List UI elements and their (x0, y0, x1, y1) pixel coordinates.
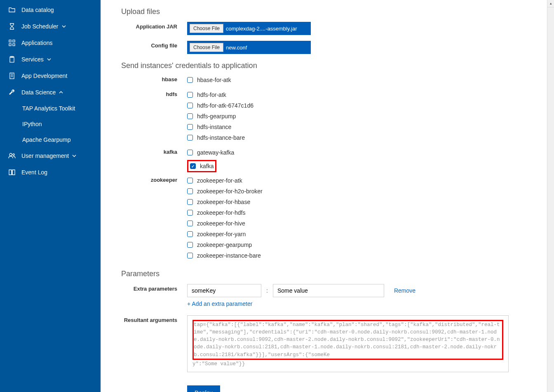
colon: : (265, 287, 270, 294)
users-icon (8, 152, 16, 160)
cred-group-label: hbase (121, 76, 187, 82)
checkbox[interactable] (187, 231, 193, 237)
svg-rect-3 (13, 44, 15, 46)
extra-params-label: Extra parameters (121, 284, 187, 292)
clipboard-icon (8, 56, 16, 63)
choose-file-button[interactable]: Choose File (190, 43, 223, 52)
checkbox-label: zookeeper-for-hive (197, 220, 245, 227)
sidebar-sub-ipython[interactable]: IPython (0, 116, 101, 132)
chevron-down-icon (62, 25, 66, 28)
checkbox-row[interactable]: hdfs-instance (187, 123, 535, 131)
checkbox-row[interactable]: hdfs-gearpump (187, 112, 535, 120)
checkbox-row[interactable]: gateway-kafka (187, 148, 535, 157)
checkbox[interactable] (187, 210, 193, 216)
checkbox[interactable] (187, 242, 193, 248)
deploy-button[interactable]: Deploy (187, 385, 220, 392)
sidebar-label: App Development (21, 73, 67, 79)
checkbox-row[interactable]: zookeeper-for-hbase (187, 198, 535, 206)
checkbox[interactable] (187, 135, 193, 141)
sidebar-sub-gearpump[interactable]: Apache Gearpump (0, 132, 101, 148)
sidebar-item-data-catalog[interactable]: Data catalog (0, 2, 101, 18)
jar-file-upload[interactable]: Choose File complexdag-2....-assembly.ja… (187, 22, 311, 35)
checkbox-row[interactable]: kafka (190, 162, 214, 170)
checkbox-row[interactable]: zookeeper-for-h2o-broker (187, 187, 535, 195)
checkbox-row[interactable]: zookeeper-instance-bare (187, 251, 535, 260)
sidebar-label: User management (21, 153, 69, 159)
checkbox-label: zookeeper-for-hdfs (197, 209, 246, 216)
checkbox-label: zookeeper-gearpump (197, 242, 252, 248)
chevron-down-icon (47, 58, 51, 61)
checkbox-row[interactable]: zookeeper-for-yarn (187, 230, 535, 238)
sidebar-label: Applications (21, 40, 53, 46)
sidebar-label: Job Scheduler (21, 23, 59, 30)
checkbox[interactable] (190, 163, 196, 169)
checkbox-label: hdfs-instance (197, 124, 231, 130)
chevron-up-icon (59, 91, 63, 94)
checkbox-label: zookeeper-instance-bare (197, 252, 261, 259)
folder-icon (8, 6, 16, 14)
checkbox[interactable] (187, 92, 193, 98)
add-param-link[interactable]: + Add an extra parameter (187, 300, 509, 307)
checkbox-row[interactable]: hdfs-for-atk-6747c1d6 (187, 101, 535, 110)
param-value-input[interactable] (273, 284, 384, 297)
svg-rect-0 (9, 40, 11, 42)
book-icon (8, 169, 16, 176)
result-arguments: tap={"kafka":[{"label":"kafka","name":"k… (187, 315, 509, 372)
sidebar-item-user-management[interactable]: User management (0, 148, 101, 164)
checkbox[interactable] (187, 199, 193, 205)
remove-param-link[interactable]: Remove (394, 287, 416, 294)
result-highlighted: tap={"kafka":[{"label":"kafka","name":"k… (192, 320, 503, 360)
checkbox[interactable] (187, 150, 193, 155)
choose-file-button[interactable]: Choose File (190, 24, 223, 33)
checkbox-label: gateway-kafka (197, 149, 234, 156)
checkbox[interactable] (187, 188, 193, 194)
checkbox-row[interactable]: hdfs-instance-bare (187, 134, 535, 142)
upload-title: Upload files (121, 7, 535, 16)
param-key-input[interactable] (187, 284, 261, 297)
checkbox[interactable] (187, 124, 193, 130)
scrollbar[interactable] (547, 0, 554, 392)
checkbox-label: zookeeper-for-atk (197, 177, 242, 184)
checkbox-label: hdfs-for-atk (197, 92, 226, 98)
jar-filename: complexdag-2....-assembly.jar (226, 26, 297, 32)
svg-rect-1 (13, 40, 15, 42)
checkbox-label: hdfs-gearpump (197, 113, 236, 120)
checkbox-row[interactable]: zookeeper-for-hive (187, 219, 535, 228)
wrench-icon (8, 89, 16, 96)
checkbox[interactable] (187, 103, 193, 108)
checkbox-label: zookeeper-for-h2o-broker (197, 188, 263, 195)
sidebar-label: Services (21, 56, 44, 63)
conf-label: Config file (121, 41, 187, 49)
checkbox-row[interactable]: zookeeper-gearpump (187, 241, 535, 249)
checkbox-row[interactable]: zookeeper-for-atk (187, 176, 535, 185)
checkbox[interactable] (187, 113, 193, 119)
checkbox[interactable] (187, 221, 193, 226)
checkbox-row[interactable]: zookeeper-for-hdfs (187, 209, 535, 217)
conf-file-upload[interactable]: Choose File new.conf (187, 41, 311, 54)
jar-label: Application JAR (121, 22, 187, 30)
checkbox-label: zookeeper-for-yarn (197, 231, 246, 237)
svg-point-11 (13, 154, 14, 155)
creds-title: Send instances' credentials to applicati… (121, 61, 535, 70)
sidebar-label: Data catalog (21, 7, 54, 13)
checkbox-row[interactable]: hbase-for-atk (187, 76, 535, 84)
result-label: Resultant arguments (121, 315, 187, 323)
sidebar-item-app-development[interactable]: App Development (0, 68, 101, 84)
sidebar-item-data-science[interactable]: Data Science (0, 84, 101, 101)
cred-group-label: zookeeper (121, 176, 187, 183)
cred-group-label: hdfs (121, 91, 187, 97)
sidebar-item-applications[interactable]: Applications (0, 35, 101, 51)
sidebar-item-job-scheduler[interactable]: Job Scheduler (0, 18, 101, 35)
main-content: Upload files Application JAR Choose File… (101, 0, 547, 392)
checkbox[interactable] (187, 178, 193, 183)
sidebar-item-services[interactable]: Services (0, 51, 101, 68)
grid-icon (8, 39, 16, 47)
checkbox-label: kafka (200, 163, 214, 169)
sidebar-label: Event Log (21, 169, 47, 176)
checkbox[interactable] (187, 77, 193, 83)
sidebar-item-event-log[interactable]: Event Log (0, 164, 101, 181)
sidebar-sub-tap[interactable]: TAP Analytics Toolkit (0, 101, 101, 116)
checkbox-row[interactable]: hdfs-for-atk (187, 91, 535, 99)
sidebar: Data catalog Job Scheduler Applications … (0, 0, 101, 392)
checkbox[interactable] (187, 253, 193, 258)
